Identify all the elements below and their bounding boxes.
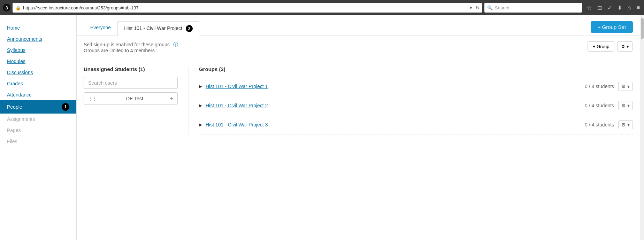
group-item-3: ▶ Hist 101 - Civil War Project 3 0 / 4 s… xyxy=(199,115,633,134)
star-icon[interactable]: ☆ xyxy=(585,4,593,12)
info-actions: + Group ⚙ ▾ xyxy=(588,41,633,52)
unassigned-title: Unassigned Students (1) xyxy=(84,66,178,72)
left-column: Unassigned Students (1) Search users ⋮⋮ … xyxy=(84,66,188,105)
group-gear-2[interactable]: ⚙ ▾ xyxy=(618,101,633,110)
page-wrapper: Home Announcements Syllabus Modules Disc… xyxy=(0,15,644,240)
info-text: Self sign-up is enabled for these groups… xyxy=(84,41,178,53)
columns: Unassigned Students (1) Search users ⋮⋮ … xyxy=(77,59,640,141)
lock-icon: 🔒 xyxy=(15,5,21,10)
sidebar-item-modules[interactable]: Modules xyxy=(0,56,76,67)
info-row: Self sign-up is enabled for these groups… xyxy=(84,41,633,53)
group-item-2: ▶ Hist 101 - Civil War Project 2 0 / 4 s… xyxy=(199,96,633,115)
groups-title: Groups (3) xyxy=(199,66,633,72)
url-text: https://rsccd.instructure.com/courses/25… xyxy=(23,5,468,10)
tab-hist101[interactable]: Hist 101 - Civil War Project 2 xyxy=(117,21,199,36)
browser-search-bar[interactable]: 🔍 Search xyxy=(484,3,582,13)
download-icon[interactable]: ⬇ xyxy=(616,4,623,12)
tab-hist101-badge: 2 xyxy=(186,25,193,32)
info-line-1-text: Self sign-up is enabled for these groups… xyxy=(84,42,171,47)
tab-everyone[interactable]: Everyone xyxy=(84,21,117,36)
scrollbar[interactable] xyxy=(640,15,644,240)
student-name: DE Test xyxy=(126,96,143,101)
home-icon[interactable]: ⌂ xyxy=(626,4,632,11)
url-bar[interactable]: 🔒 https://rsccd.instructure.com/courses/… xyxy=(13,3,482,13)
group-name-3[interactable]: Hist 101 - Civil War Project 3 xyxy=(206,122,268,127)
info-line-1: Self sign-up is enabled for these groups… xyxy=(84,41,178,48)
group-item-1: ▶ Hist 101 - Civil War Project 1 0 / 4 s… xyxy=(199,77,633,96)
refresh-icon[interactable]: ↻ xyxy=(476,5,480,10)
drag-handle-icon[interactable]: ⋮⋮ xyxy=(88,96,97,101)
url-dropdown-icon[interactable]: ▾ xyxy=(470,5,472,10)
group-right-1: 0 / 4 students ⚙ ▾ xyxy=(585,82,633,91)
group-arrow-1[interactable]: ▶ xyxy=(199,84,202,89)
student-item-de-test: ⋮⋮ DE Test + xyxy=(84,92,178,105)
sidebar-item-grades[interactable]: Grades xyxy=(0,78,76,89)
right-column: Groups (3) ▶ Hist 101 - Civil War Projec… xyxy=(188,66,633,134)
sidebar-item-files[interactable]: Files xyxy=(0,136,76,147)
menu-icon[interactable]: ≡ xyxy=(635,4,641,11)
sidebar-item-syllabus[interactable]: Syllabus xyxy=(0,45,76,56)
browser-search-placeholder: Search xyxy=(495,5,509,10)
tabs: Everyone Hist 101 - Civil War Project 2 xyxy=(84,21,199,36)
bookmark-icon[interactable]: ⊟ xyxy=(596,4,603,12)
info-banner: Self sign-up is enabled for these groups… xyxy=(77,36,640,59)
browser-actions: ☆ ⊟ ✓ ⬇ ⌂ ≡ xyxy=(585,4,641,12)
group-count-1: 0 / 4 students xyxy=(585,84,614,89)
group-left-3: ▶ Hist 101 - Civil War Project 3 xyxy=(199,122,268,127)
sidebar-item-pages[interactable]: Pages xyxy=(0,125,76,136)
tab-hist101-label: Hist 101 - Civil War Project xyxy=(124,25,182,31)
main-content: Everyone Hist 101 - Civil War Project 2 … xyxy=(77,15,640,240)
scroll-thumb[interactable] xyxy=(641,18,644,39)
group-count-3: 0 / 4 students xyxy=(585,122,614,127)
add-student-button[interactable]: + xyxy=(170,95,173,102)
browser-chrome: 3 🔒 https://rsccd.instructure.com/course… xyxy=(0,0,644,15)
search-users-input[interactable]: Search users xyxy=(84,77,178,89)
group-name-1[interactable]: Hist 101 - Civil War Project 1 xyxy=(206,84,268,89)
group-right-3: 0 / 4 students ⚙ ▾ xyxy=(585,120,633,129)
add-group-button[interactable]: + Group xyxy=(588,41,614,52)
sidebar-item-people[interactable]: People 1 xyxy=(0,100,76,114)
sidebar-item-assignments[interactable]: Assignments xyxy=(0,114,76,125)
shield-icon[interactable]: ✓ xyxy=(606,4,613,12)
group-right-2: 0 / 4 students ⚙ ▾ xyxy=(585,101,633,110)
tab-bar: Everyone Hist 101 - Civil War Project 2 … xyxy=(77,15,640,36)
sidebar-item-discussions[interactable]: Discussions xyxy=(0,67,76,78)
search-users-placeholder: Search users xyxy=(88,80,117,86)
sidebar-item-announcements[interactable]: Announcements xyxy=(0,33,76,45)
group-arrow-2[interactable]: ▶ xyxy=(199,103,202,108)
sidebar-item-home[interactable]: Home xyxy=(0,22,76,33)
info-line-2-text: Groups are limited to 4 members. xyxy=(84,48,156,53)
sidebar: Home Announcements Syllabus Modules Disc… xyxy=(0,15,77,240)
group-gear-1[interactable]: ⚙ ▾ xyxy=(618,82,633,91)
search-icon: 🔍 xyxy=(487,5,493,10)
sidebar-people-label: People xyxy=(7,104,22,110)
gear-settings-button[interactable]: ⚙ ▾ xyxy=(617,41,633,52)
sidebar-item-attendance[interactable]: Attendance xyxy=(0,89,76,100)
group-set-button[interactable]: + Group Set xyxy=(591,21,633,33)
group-left-1: ▶ Hist 101 - Civil War Project 1 xyxy=(199,84,268,89)
info-circle-icon[interactable]: ⓘ xyxy=(173,41,178,48)
badge-3: 3 xyxy=(3,4,10,11)
group-arrow-3[interactable]: ▶ xyxy=(199,122,202,127)
group-count-2: 0 / 4 students xyxy=(585,103,614,108)
group-left-2: ▶ Hist 101 - Civil War Project 2 xyxy=(199,103,268,108)
sidebar-people-badge: 1 xyxy=(62,103,69,111)
group-name-2[interactable]: Hist 101 - Civil War Project 2 xyxy=(206,103,268,108)
group-gear-3[interactable]: ⚙ ▾ xyxy=(618,120,633,129)
info-line-2: Groups are limited to 4 members. xyxy=(84,48,178,53)
